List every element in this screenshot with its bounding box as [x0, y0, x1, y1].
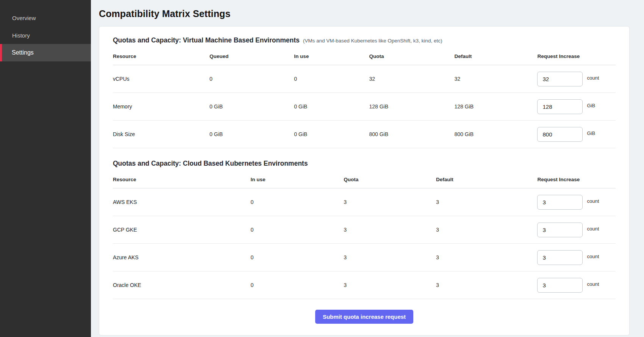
- vm-section-subtitle: (VMs and VM-based Kubernetes like OpenSh…: [303, 38, 442, 44]
- vm-section-header: Quotas and Capacity: Virtual Machine Bas…: [113, 36, 616, 44]
- disk-size-request-input[interactable]: [537, 127, 583, 142]
- vm-quota-table: Resource Queued In use Quota Default Req…: [113, 48, 616, 148]
- cloud-quota-table: Resource In use Quota Default Request In…: [113, 171, 616, 299]
- default-value: 128 GiB: [455, 103, 538, 110]
- table-row-memory: Memory 0 GiB 0 GiB 128 GiB 128 GiB GiB: [113, 93, 616, 121]
- request-increase-cell: count: [537, 250, 616, 265]
- quota-value: 800 GiB: [369, 131, 454, 137]
- request-increase-cell: GiB: [537, 99, 616, 114]
- unit-label: count: [587, 198, 599, 204]
- request-increase-cell: count: [537, 72, 616, 86]
- resource-name: AWS EKS: [113, 199, 251, 205]
- table-row-disk-size: Disk Size 0 GiB 0 GiB 800 GiB 800 GiB Gi…: [113, 121, 616, 148]
- cloud-section-header: Quotas and Capacity: Cloud Based Kuberne…: [113, 160, 616, 168]
- column-header-resource: Resource: [113, 177, 251, 182]
- column-header-quota: Quota: [344, 177, 436, 182]
- column-header-quota: Quota: [369, 53, 454, 59]
- vcpus-request-input[interactable]: [537, 72, 583, 86]
- sidebar-item-label: Settings: [12, 49, 34, 56]
- in-use-value: 0 GiB: [294, 103, 369, 110]
- queued-value: 0: [209, 76, 294, 82]
- in-use-value: 0: [251, 282, 344, 288]
- quota-value: 3: [344, 199, 436, 205]
- resource-name: vCPUs: [113, 76, 209, 82]
- quota-value: 3: [344, 282, 436, 288]
- request-increase-cell: count: [537, 195, 616, 210]
- default-value: 800 GiB: [455, 131, 538, 137]
- quota-value: 3: [344, 227, 436, 233]
- gcp-gke-request-input[interactable]: [537, 223, 583, 237]
- memory-request-input[interactable]: [537, 99, 583, 114]
- resource-name: Oracle OKE: [113, 282, 251, 288]
- cloud-table-header-row: Resource In use Quota Default Request In…: [113, 171, 616, 188]
- sidebar-item-overview[interactable]: Overview: [0, 9, 91, 27]
- in-use-value: 0 GiB: [294, 131, 369, 137]
- sidebar-item-label: Overview: [12, 15, 36, 21]
- unit-label: GiB: [587, 103, 595, 108]
- default-value: 3: [436, 254, 537, 260]
- in-use-value: 0: [251, 227, 344, 233]
- submit-quota-increase-button[interactable]: Submit quota increase request: [315, 310, 413, 324]
- column-header-default: Default: [455, 53, 538, 59]
- azure-aks-request-input[interactable]: [537, 250, 583, 265]
- column-header-resource: Resource: [113, 53, 209, 59]
- default-value: 3: [436, 199, 537, 205]
- resource-name: Azure AKS: [113, 254, 251, 260]
- quota-value: 3: [344, 254, 436, 260]
- quota-value: 32: [369, 76, 454, 82]
- column-header-request-increase: Request Increase: [537, 177, 616, 182]
- column-header-in-use: In use: [251, 177, 344, 182]
- column-header-in-use: In use: [294, 53, 369, 59]
- quota-value: 128 GiB: [369, 103, 454, 110]
- in-use-value: 0: [251, 254, 344, 260]
- resource-name: Disk Size: [113, 131, 209, 137]
- unit-label: GiB: [587, 130, 595, 136]
- column-header-queued: Queued: [209, 53, 294, 59]
- unit-label: count: [587, 75, 599, 81]
- page-title: Compatibility Matrix Settings: [99, 8, 630, 19]
- column-header-default: Default: [436, 177, 537, 182]
- column-header-request-increase: Request Increase: [537, 53, 616, 59]
- sidebar-item-settings[interactable]: Settings: [0, 44, 91, 61]
- main-content: Compatibility Matrix Settings Quotas and…: [91, 0, 644, 337]
- sidebar: Overview History Settings: [0, 0, 91, 337]
- oracle-oke-request-input[interactable]: [537, 278, 583, 293]
- table-row-vcpus: vCPUs 0 0 32 32 count: [113, 65, 616, 93]
- default-value: 3: [436, 282, 537, 288]
- table-row-aws-eks: AWS EKS 0 3 3 count: [113, 188, 616, 216]
- sidebar-item-history[interactable]: History: [0, 27, 91, 44]
- table-row-oracle-oke: Oracle OKE 0 3 3 count: [113, 271, 616, 299]
- request-increase-cell: GiB: [537, 127, 616, 142]
- request-increase-cell: count: [537, 223, 616, 237]
- queued-value: 0 GiB: [209, 131, 294, 137]
- default-value: 3: [436, 227, 537, 233]
- queued-value: 0 GiB: [209, 103, 294, 110]
- vm-section-title: Quotas and Capacity: Virtual Machine Bas…: [113, 36, 300, 44]
- aws-eks-request-input[interactable]: [537, 195, 583, 210]
- unit-label: count: [587, 254, 599, 259]
- vm-table-header-row: Resource Queued In use Quota Default Req…: [113, 48, 616, 65]
- sidebar-nav: Overview History Settings: [0, 9, 91, 61]
- resource-name: Memory: [113, 103, 209, 110]
- cloud-section-title: Quotas and Capacity: Cloud Based Kuberne…: [113, 160, 308, 168]
- sidebar-item-label: History: [12, 32, 30, 39]
- in-use-value: 0: [251, 199, 344, 205]
- unit-label: count: [587, 226, 599, 232]
- quota-settings-card: Quotas and Capacity: Virtual Machine Bas…: [99, 26, 630, 335]
- resource-name: GCP GKE: [113, 227, 251, 233]
- default-value: 32: [455, 76, 538, 82]
- submit-button-row: Submit quota increase request: [113, 299, 616, 324]
- in-use-value: 0: [294, 76, 369, 82]
- table-row-azure-aks: Azure AKS 0 3 3 count: [113, 244, 616, 271]
- table-row-gcp-gke: GCP GKE 0 3 3 count: [113, 216, 616, 244]
- unit-label: count: [587, 281, 599, 287]
- request-increase-cell: count: [537, 278, 616, 293]
